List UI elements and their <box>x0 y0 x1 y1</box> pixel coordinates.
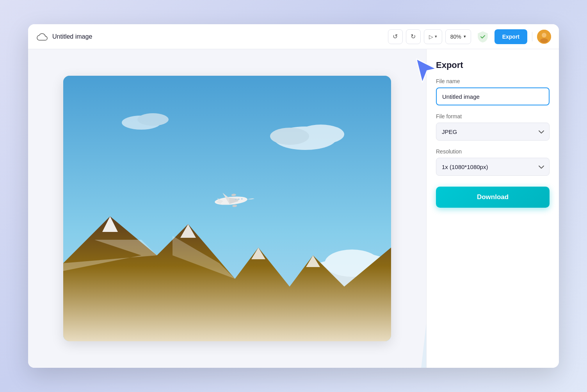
header: Untitled image ↺ ↻ ▷ ▾ 80% ▾ <box>28 24 559 49</box>
undo-button[interactable]: ↺ <box>388 29 403 44</box>
export-panel: Export File name File format JPEG PNG We… <box>426 49 559 368</box>
file-format-group: File format JPEG PNG WebP SVG <box>436 113 550 141</box>
header-right: Export <box>476 29 551 44</box>
svg-marker-27 <box>416 59 436 82</box>
file-format-select-wrapper: JPEG PNG WebP SVG <box>436 123 550 141</box>
resolution-label: Resolution <box>436 148 550 155</box>
canvas-area <box>28 49 426 368</box>
zoom-button[interactable]: 80% ▾ <box>445 29 471 44</box>
resolution-select[interactable]: 1x (1080*1080px) 2x (2160*2160px) 3x (32… <box>436 158 550 176</box>
file-name-label: File name <box>436 78 550 84</box>
main-content: Export File name File format JPEG PNG We… <box>28 49 559 368</box>
file-name-input[interactable] <box>436 87 550 105</box>
header-divider <box>532 32 532 41</box>
zoom-chevron-icon: ▾ <box>464 34 466 39</box>
zoom-value: 80% <box>450 34 461 40</box>
header-toolbar: ↺ ↻ ▷ ▾ 80% ▾ <box>388 29 471 44</box>
user-avatar[interactable] <box>537 30 551 44</box>
play-button[interactable]: ▷ ▾ <box>424 29 442 44</box>
document-title: Untitled image <box>52 33 92 40</box>
file-format-label: File format <box>436 113 550 119</box>
file-name-group: File name <box>436 78 550 105</box>
download-button[interactable]: Download <box>436 187 550 208</box>
svg-point-9 <box>137 113 169 126</box>
export-button[interactable]: Export <box>495 29 527 44</box>
resolution-select-wrapper: 1x (1080*1080px) 2x (2160*2160px) 3x (32… <box>436 158 550 176</box>
file-format-select[interactable]: JPEG PNG WebP SVG <box>436 123 550 141</box>
app-window: Untitled image ↺ ↻ ▷ ▾ 80% ▾ <box>28 24 559 368</box>
play-chevron-icon: ▾ <box>435 34 437 39</box>
svg-point-7 <box>270 128 309 145</box>
play-icon: ▷ <box>429 34 433 40</box>
export-panel-title: Export <box>436 60 550 70</box>
shield-button[interactable] <box>476 30 490 44</box>
header-left: Untitled image <box>36 30 383 43</box>
resolution-group: Resolution 1x (1080*1080px) 2x (2160*216… <box>436 148 550 176</box>
cursor-arrow <box>414 57 438 80</box>
cloud-icon <box>36 30 48 43</box>
svg-point-1 <box>542 33 546 37</box>
svg-point-2 <box>540 38 548 43</box>
image-canvas <box>63 76 391 341</box>
redo-button[interactable]: ↻ <box>406 29 421 44</box>
